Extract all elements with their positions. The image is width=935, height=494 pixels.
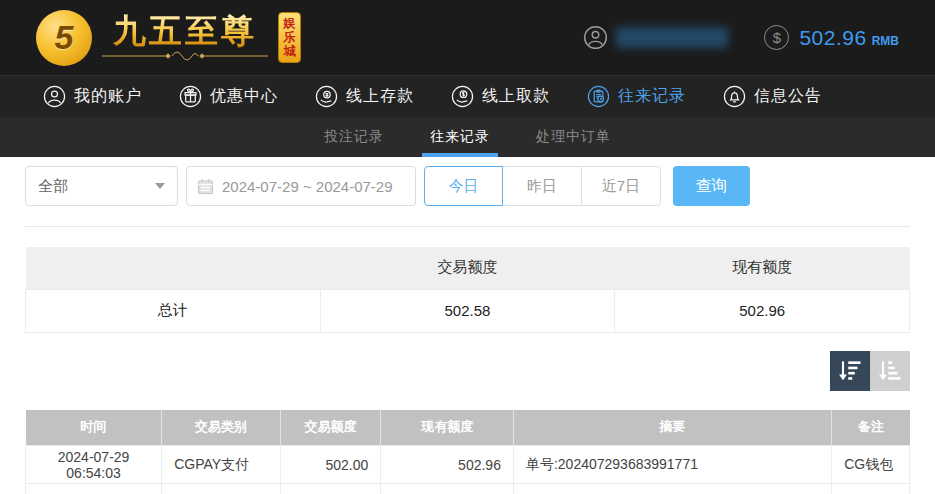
brand-badge: 娱 乐 城 [278,12,301,63]
balance-amount: 502.96 [799,26,866,50]
calendar-icon [197,178,214,195]
table-row: 2024-07-29 06:54:03 CGPAY支付 502.00 502.9… [26,446,910,484]
record-tabs: 投注记录 往来记录 处理中订单 [0,117,935,157]
cell-note: CG钱包 [832,446,910,484]
currency-icon: $ [764,25,789,50]
brand-name: 九五至尊 [113,13,257,49]
sort-ascending-icon [876,357,904,385]
nav-item-announcements[interactable]: 信息公告 [723,85,822,108]
nav-item-deposit[interactable]: 线上存款 [315,85,414,108]
category-select[interactable]: 全部 [25,166,178,206]
main-content: 全部 2024-07-29 ~ 2024-07-29 今日 昨日 近7日 查询 [0,166,935,494]
deposit-icon [315,85,338,108]
quick-date-group: 今日 昨日 近7日 [424,166,661,206]
col-header-time: 时间 [26,410,162,446]
records-icon [587,85,610,108]
summary-header-empty [26,247,321,289]
col-header-summary: 摘要 [513,410,831,446]
main-nav: 我的账户 优惠中心 线上存款 线上取款 [0,75,935,117]
filter-row: 全部 2024-07-29 ~ 2024-07-29 今日 昨日 近7日 查询 [25,166,910,206]
brand-logo[interactable]: 5 九五至尊 娱 乐 城 [36,10,301,66]
col-header-amount: 交易额度 [280,410,381,446]
nav-item-my-account[interactable]: 我的账户 [43,85,142,108]
cell-amount: 502.00 [280,446,381,484]
date-range-input[interactable]: 2024-07-29 ~ 2024-07-29 [186,166,416,206]
user-area: $ 502.96 RMB [583,25,899,50]
cell-time: 2024-07-29 06:54:03 [26,446,162,484]
gift-icon [179,85,202,108]
search-button[interactable]: 查询 [673,166,750,206]
col-header-balance: 现有额度 [381,410,514,446]
table-row-partial [26,484,910,494]
tab-bet-records[interactable]: 投注记录 [318,117,390,157]
sort-descending-icon [836,357,864,385]
brand-logo-icon: 5 [36,10,92,66]
sort-controls [25,351,910,391]
summary-total-row: 总计 502.58 502.96 [26,289,910,332]
sort-descending-button[interactable] [830,351,870,391]
cell-summary: 单号:202407293683991771 [513,446,831,484]
quick-btn-yesterday[interactable]: 昨日 [503,166,582,206]
date-range-value: 2024-07-29 ~ 2024-07-29 [222,178,393,195]
summary-header-trade: 交易额度 [320,247,615,289]
bell-icon [723,85,746,108]
top-header: 5 九五至尊 娱 乐 城 $ 502.96 [0,0,935,75]
quick-btn-today[interactable]: 今日 [424,166,503,206]
summary-balance-total: 502.96 [615,289,910,332]
withdraw-icon [451,85,474,108]
tab-transaction-records[interactable]: 往来记录 [424,117,496,157]
nav-item-withdraw[interactable]: 线上取款 [451,85,550,108]
sort-ascending-button[interactable] [870,351,910,391]
tab-pending-orders[interactable]: 处理中订单 [530,117,617,157]
quick-btn-last7days[interactable]: 近7日 [582,166,661,206]
cell-balance: 502.96 [381,446,514,484]
cell-type: CGPAY支付 [162,446,280,484]
user-avatar-icon[interactable] [583,25,608,50]
summary-total-label: 总计 [26,289,321,332]
summary-header-row: 交易额度 现有额度 [26,247,910,289]
summary-table: 交易额度 现有额度 总计 502.58 502.96 [25,247,910,333]
flourish-divider-icon [100,50,270,62]
username-redacted [616,27,728,48]
nav-item-records[interactable]: 往来记录 [587,85,686,108]
chevron-down-icon [155,183,165,189]
summary-header-balance: 现有额度 [615,247,910,289]
section-divider [25,226,910,227]
col-header-note: 备注 [832,410,910,446]
nav-item-promotions[interactable]: 优惠中心 [179,85,278,108]
account-icon [43,85,66,108]
col-header-type: 交易类别 [162,410,280,446]
balance-currency: RMB [872,28,899,48]
category-selected-value: 全部 [38,177,68,196]
summary-trade-total: 502.58 [320,289,615,332]
transactions-header-row: 时间 交易类别 交易额度 现有额度 摘要 备注 [26,410,910,446]
transactions-table: 时间 交易类别 交易额度 现有额度 摘要 备注 2024-07-29 06:54… [25,410,910,494]
